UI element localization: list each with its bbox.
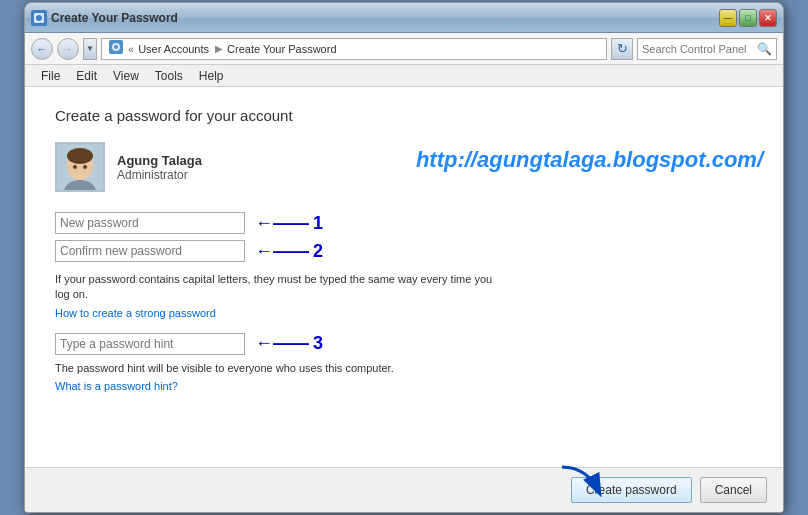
svg-point-9	[73, 165, 77, 169]
bottom-bar: Create password Cancel	[25, 467, 783, 512]
form-section: ←—— 1 ←—— 2	[55, 212, 753, 262]
confirm-password-input[interactable]	[55, 240, 245, 262]
back-button[interactable]: ←	[31, 38, 53, 60]
hint-text-1: If your password contains capital letter…	[55, 272, 505, 303]
user-name: Agung Talaga	[117, 153, 202, 168]
hint-input[interactable]	[55, 333, 245, 355]
new-password-row: ←—— 1	[55, 212, 753, 234]
menu-tools[interactable]: Tools	[147, 67, 191, 85]
breadcrumb-current: Create Your Password	[227, 43, 336, 55]
content-area: Create a password for your account http:…	[25, 87, 783, 467]
breadcrumb-icon	[108, 39, 124, 58]
menu-edit[interactable]: Edit	[68, 67, 105, 85]
svg-point-11	[72, 170, 88, 180]
annotation-3: ←—— 3	[255, 333, 323, 354]
annotation-label-2: 2	[313, 241, 323, 262]
annotation-label-1: 1	[313, 213, 323, 234]
refresh-button[interactable]: ↻	[611, 38, 633, 60]
svg-point-10	[83, 165, 87, 169]
title-text: Create Your Password	[51, 11, 178, 25]
page-title: Create a password for your account	[55, 107, 753, 124]
hint-link[interactable]: What is a password hint?	[55, 380, 753, 392]
avatar-svg	[57, 142, 103, 190]
user-role: Administrator	[117, 168, 202, 182]
search-icon[interactable]: 🔍	[757, 42, 772, 56]
watermark: http://agungtalaga.blogspot.com/	[416, 147, 763, 173]
menu-file[interactable]: File	[33, 67, 68, 85]
maximize-button[interactable]: □	[739, 9, 757, 27]
arrow-3-icon: ←——	[255, 333, 309, 354]
menu-view[interactable]: View	[105, 67, 147, 85]
nav-dropdown[interactable]: ▼	[83, 38, 97, 60]
annotation-label-3: 3	[313, 333, 323, 354]
window-icon	[31, 10, 47, 26]
hint-field-row: ←—— 3	[55, 333, 753, 355]
title-bar: Create Your Password — □ ✕	[25, 3, 783, 33]
address-bar: ← → ▼ « User Accounts ▶ Create Your Pass…	[25, 33, 783, 65]
breadcrumb: « User Accounts ▶ Create Your Password	[101, 38, 607, 60]
breadcrumb-user-accounts[interactable]: User Accounts	[138, 43, 209, 55]
arrow-1-icon: ←——	[255, 213, 309, 234]
arrow-2-icon: ←——	[255, 241, 309, 262]
new-password-input[interactable]	[55, 212, 245, 234]
breadcrumb-sep: ▶	[215, 43, 223, 54]
svg-point-4	[114, 45, 118, 49]
avatar	[55, 142, 105, 192]
forward-button[interactable]: →	[57, 38, 79, 60]
annotation-1: ←—— 1	[255, 213, 323, 234]
annotation-2: ←—— 2	[255, 241, 323, 262]
title-bar-controls: — □ ✕	[719, 9, 777, 27]
search-box[interactable]: 🔍	[637, 38, 777, 60]
create-arrow-icon	[557, 462, 607, 502]
hint-text-2: The password hint will be visible to eve…	[55, 361, 505, 376]
svg-point-1	[36, 15, 42, 21]
menu-bar: File Edit View Tools Help	[25, 65, 783, 87]
menu-help[interactable]: Help	[191, 67, 232, 85]
main-window: Create Your Password — □ ✕ ← → ▼ « User …	[24, 2, 784, 513]
breadcrumb-prefix: «	[128, 43, 134, 55]
svg-point-8	[67, 148, 93, 164]
search-input[interactable]	[642, 43, 753, 55]
cancel-button[interactable]: Cancel	[700, 477, 767, 503]
close-button[interactable]: ✕	[759, 9, 777, 27]
user-details: Agung Talaga Administrator	[117, 153, 202, 182]
strong-password-link[interactable]: How to create a strong password	[55, 307, 753, 319]
confirm-password-row: ←—— 2	[55, 240, 753, 262]
title-bar-left: Create Your Password	[31, 10, 178, 26]
minimize-button[interactable]: —	[719, 9, 737, 27]
